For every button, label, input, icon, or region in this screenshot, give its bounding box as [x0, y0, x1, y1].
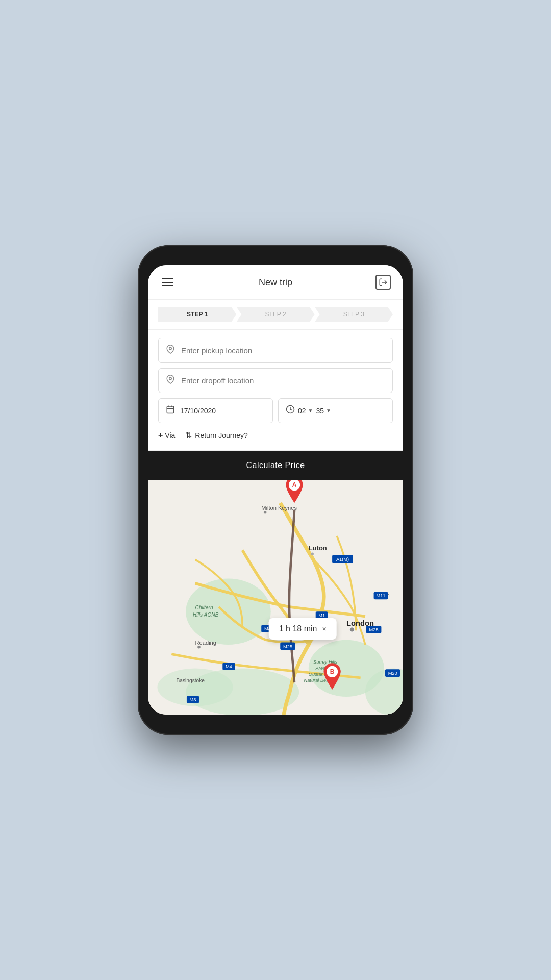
page-title: New trip: [259, 277, 292, 288]
m20-badge: M20: [388, 671, 397, 676]
calculate-price-button[interactable]: Calculate Price: [148, 451, 403, 480]
svg-rect-3: [167, 406, 174, 413]
date-time-row: 17/10/2020 02 ▼ 35 ▼: [158, 398, 393, 423]
via-button[interactable]: + Via: [158, 431, 175, 440]
svg-point-1: [169, 347, 172, 350]
hour-value: 02: [298, 407, 306, 415]
m1-badge: M1: [318, 613, 325, 618]
phone-screen: New trip STEP 1 STEP 2 STEP 3: [148, 265, 403, 715]
dropoff-input[interactable]: [181, 376, 385, 385]
travel-time-popup: 1 h 18 min ×: [269, 618, 337, 640]
time-field[interactable]: 02 ▼ 35 ▼: [278, 398, 393, 423]
close-popup-button[interactable]: ×: [322, 625, 326, 633]
via-label: Via: [165, 431, 175, 439]
basingstoke-label: Basingstoke: [177, 678, 205, 683]
return-journey-button[interactable]: ⇅ Return Journey?: [185, 430, 248, 440]
step-1[interactable]: STEP 1: [158, 307, 236, 322]
svg-point-15: [311, 553, 314, 556]
m11-badge: M11: [376, 594, 385, 599]
swap-icon: ⇅: [185, 430, 192, 440]
svg-text:B: B: [330, 668, 335, 675]
svg-point-16: [349, 627, 354, 632]
m4-badge: M4: [226, 664, 232, 669]
return-label: Return Journey?: [195, 431, 248, 439]
m25-1-badge: M25: [283, 644, 292, 649]
pickup-input[interactable]: [181, 346, 385, 355]
m3-badge: M3: [190, 697, 196, 702]
clock-icon: [286, 405, 295, 416]
step-3[interactable]: STEP 3: [315, 307, 393, 322]
minute-select[interactable]: 35 ▼: [316, 407, 331, 415]
date-field[interactable]: 17/10/2020: [158, 398, 273, 423]
map-area: Milton Keynes Luton London Reading Basin…: [148, 480, 403, 715]
luton-label: Luton: [309, 544, 327, 552]
date-value: 17/10/2020: [180, 407, 216, 415]
map-svg: Milton Keynes Luton London Reading Basin…: [148, 480, 403, 715]
dropoff-location-icon: [166, 375, 175, 386]
svg-point-14: [264, 511, 267, 514]
chiltern-label1: Chiltern: [195, 605, 213, 610]
steps-container: STEP 1 STEP 2 STEP 3: [148, 300, 403, 330]
phone-shell: New trip STEP 1 STEP 2 STEP 3: [138, 245, 413, 735]
a1m-badge: A1(M): [336, 557, 349, 562]
minute-arrow: ▼: [326, 408, 331, 413]
pickup-location-icon: [166, 345, 175, 356]
pickup-field[interactable]: [158, 338, 393, 363]
m25-2-badge: M25: [369, 627, 379, 632]
travel-time-text: 1 h 18 min: [279, 624, 317, 633]
dropoff-field[interactable]: [158, 368, 393, 393]
reading-label: Reading: [195, 640, 216, 646]
hour-arrow: ▼: [308, 408, 313, 413]
milton-keynes-label: Milton Keynes: [261, 505, 297, 511]
calendar-icon: [166, 405, 175, 416]
chiltern-label2: Hills AONB: [193, 612, 219, 618]
header: New trip: [148, 265, 403, 300]
svg-point-17: [197, 646, 201, 649]
exit-button[interactable]: [375, 275, 391, 290]
hour-select[interactable]: 02 ▼: [298, 407, 313, 415]
via-plus-icon: +: [158, 431, 163, 440]
form-area: 17/10/2020 02 ▼ 35 ▼: [148, 330, 403, 451]
svg-text:A: A: [292, 481, 297, 488]
svg-point-2: [169, 377, 172, 380]
via-return-row: + Via ⇅ Return Journey?: [158, 428, 393, 442]
step-2[interactable]: STEP 2: [236, 307, 314, 322]
minute-value: 35: [316, 407, 324, 415]
menu-button[interactable]: [160, 276, 176, 288]
